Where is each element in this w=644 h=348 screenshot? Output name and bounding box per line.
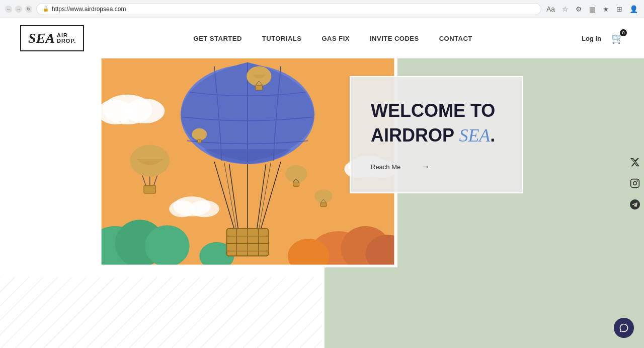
svg-point-8 bbox=[125, 99, 165, 123]
svg-rect-56 bbox=[197, 140, 201, 143]
welcome-card: WELCOME TO AIRDROP SEA. Reach Me → bbox=[350, 76, 523, 193]
welcome-sea-text: SEA bbox=[459, 125, 490, 146]
reach-me-row: Reach Me → bbox=[371, 162, 502, 172]
social-sidebar bbox=[628, 155, 644, 212]
svg-point-55 bbox=[192, 128, 207, 141]
header-right: Log In 🛒 0 bbox=[582, 32, 624, 44]
main-nav: GET STARTED TUTORIALS GAS FIX INVITE COD… bbox=[194, 35, 472, 42]
login-button[interactable]: Log In bbox=[582, 35, 601, 42]
browser-favorites-button[interactable]: ★ bbox=[602, 4, 610, 14]
svg-rect-1 bbox=[0, 277, 322, 348]
site-wrapper: SEA AIR DROP. GET STARTED TUTORIALS GAS … bbox=[0, 18, 644, 348]
reach-me-label: Reach Me bbox=[371, 163, 400, 171]
svg-point-14 bbox=[190, 200, 219, 218]
telegram-icon[interactable] bbox=[628, 197, 642, 212]
browser-sidebar-button[interactable]: ▤ bbox=[588, 4, 597, 14]
browser-extension-button[interactable]: ⚙ bbox=[575, 4, 583, 14]
svg-point-62 bbox=[636, 180, 638, 182]
cart-badge: 0 bbox=[620, 29, 627, 36]
cart-button[interactable]: 🛒 0 bbox=[611, 32, 624, 44]
nav-get-started[interactable]: GET STARTED bbox=[194, 35, 242, 42]
welcome-title-line1: WELCOME TO bbox=[371, 100, 502, 121]
nav-invite-codes[interactable]: INVITE CODES bbox=[370, 35, 419, 42]
nav-tutorials[interactable]: TUTORIALS bbox=[262, 35, 302, 42]
nav-contact[interactable]: CONTACT bbox=[439, 35, 472, 42]
forward-button[interactable]: → bbox=[15, 6, 22, 13]
x-twitter-icon[interactable] bbox=[628, 155, 642, 169]
chat-button[interactable] bbox=[614, 318, 634, 338]
logo-airdrop-text: AIR DROP. bbox=[57, 33, 76, 44]
welcome-title-line2: AIRDROP SEA. bbox=[371, 124, 502, 147]
browser-star-button[interactable]: ☆ bbox=[561, 4, 570, 14]
refresh-button[interactable]: ↻ bbox=[25, 6, 32, 13]
welcome-airdrop-text: AIRDROP bbox=[371, 125, 454, 146]
instagram-icon[interactable] bbox=[628, 176, 642, 190]
welcome-dot: . bbox=[490, 125, 495, 146]
svg-point-51 bbox=[314, 189, 332, 203]
site-header: SEA AIR DROP. GET STARTED TUTORIALS GAS … bbox=[0, 18, 644, 58]
browser-chrome: ← → ↻ 🔒 https://www.airdropsea.com Aa ☆ … bbox=[0, 0, 644, 18]
browser-actions: Aa ☆ ⚙ ▤ ★ ⊞ 👤 bbox=[545, 4, 639, 14]
browser-collections-button[interactable]: ⊞ bbox=[615, 4, 623, 14]
lock-icon: 🔒 bbox=[43, 6, 49, 12]
logo-sea-text: SEA bbox=[28, 30, 55, 46]
site-logo[interactable]: SEA AIR DROP. bbox=[20, 25, 84, 51]
svg-point-47 bbox=[285, 165, 307, 183]
browser-controls: ← → ↻ bbox=[5, 6, 32, 13]
svg-rect-60 bbox=[631, 179, 639, 187]
browser-profile-icon[interactable]: 👤 bbox=[628, 4, 639, 14]
browser-profile-button[interactable]: Aa bbox=[545, 4, 556, 14]
svg-point-17 bbox=[145, 225, 190, 266]
svg-rect-39 bbox=[256, 85, 263, 90]
svg-rect-52 bbox=[320, 203, 327, 207]
reach-me-arrow[interactable]: → bbox=[421, 162, 430, 172]
svg-rect-48 bbox=[293, 182, 299, 186]
address-bar[interactable]: 🔒 https://www.airdropsea.com bbox=[36, 3, 541, 15]
diagonal-stripes-decoration bbox=[0, 277, 322, 348]
svg-rect-46 bbox=[144, 185, 156, 193]
svg-point-61 bbox=[633, 181, 637, 185]
logo-drop-label: DROP. bbox=[57, 38, 76, 44]
back-button[interactable]: ← bbox=[5, 6, 12, 13]
nav-gas-fix[interactable]: GAS FIX bbox=[321, 35, 350, 42]
url-text: https://www.airdropsea.com bbox=[52, 6, 126, 13]
